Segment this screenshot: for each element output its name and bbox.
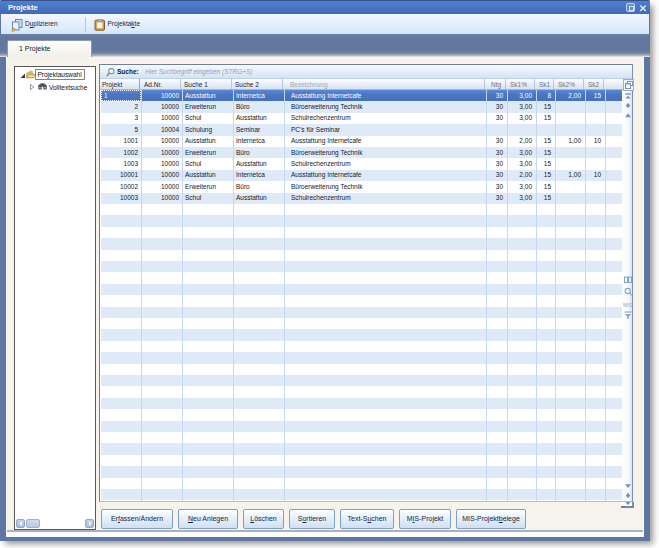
svg-text:MS: MS: [623, 301, 632, 308]
